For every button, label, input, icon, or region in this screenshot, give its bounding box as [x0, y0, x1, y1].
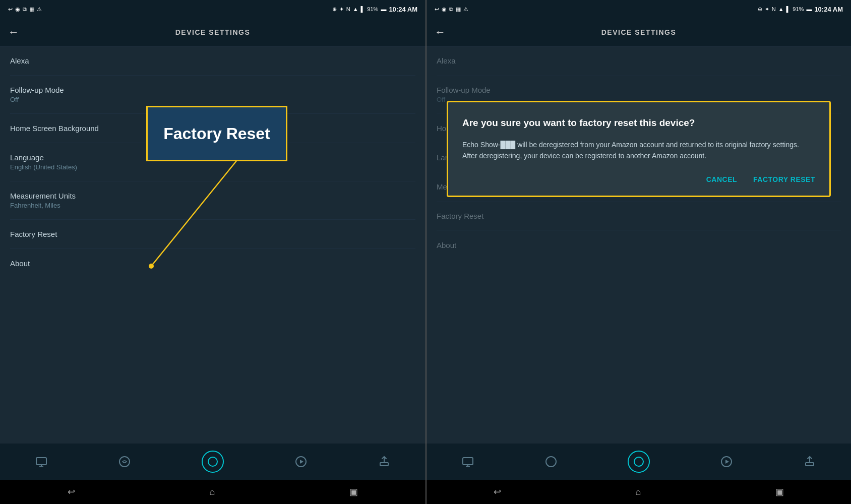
- svg-rect-2: [36, 458, 46, 465]
- status-bar-left: ↩ ◉ ⧉ ▦ ⚠ ⊕ ✦ N ▲ ▌ 91% ▬ 10:24 AM: [0, 0, 426, 18]
- factory-reset-label-right: Factory Reset: [437, 212, 841, 220]
- signal-icon: ▌: [361, 6, 365, 12]
- nav-upload-right[interactable]: [804, 456, 816, 468]
- bottom-nav-left: [0, 444, 426, 480]
- copy-icon-r: ⧉: [449, 6, 453, 13]
- android-back-right[interactable]: ↩: [494, 486, 501, 497]
- android-recents-right[interactable]: ▣: [775, 486, 784, 497]
- time-left: 10:24 AM: [389, 6, 417, 13]
- svg-rect-18: [806, 463, 814, 466]
- time-right: 10:24 AM: [814, 6, 843, 13]
- alexa-circle-right: [628, 451, 650, 473]
- svg-point-6: [119, 457, 130, 467]
- annotation-text: Factory Reset: [163, 124, 270, 143]
- wifi-icon: ▲: [353, 6, 358, 12]
- wifi-icon-r: ▲: [778, 6, 784, 12]
- status-icons-left: ↩ ◉ ⧉ ▦ ⚠: [8, 6, 42, 13]
- signal-icon-r: ▌: [786, 6, 791, 12]
- nav-chat-right[interactable]: [545, 456, 557, 468]
- svg-rect-11: [463, 458, 473, 465]
- annotation-box: Factory Reset: [146, 106, 287, 161]
- status-bar-right: ↩ ◉ ⧉ ▦ ⚠ ⊕ ✦ N ▲ ▌ 91% ▬ 10:24 AM: [427, 0, 851, 18]
- factory-reset-confirm-button[interactable]: FACTORY RESET: [753, 173, 815, 185]
- android-home-left[interactable]: ⌂: [210, 487, 215, 497]
- copy-icon: ⧉: [23, 6, 27, 13]
- nav-upload-left[interactable]: [378, 456, 390, 468]
- svg-point-15: [634, 457, 643, 466]
- nav-alexa-left[interactable]: [202, 451, 224, 473]
- alexa-circle-left: [202, 451, 224, 473]
- nav-tv-right[interactable]: [462, 456, 474, 468]
- circle-icon: ◉: [15, 6, 20, 13]
- android-nav-left: ↩ ⌂ ▣: [0, 480, 426, 504]
- battery-pct-right: 91%: [793, 6, 804, 12]
- location-icon-r: ⊕: [758, 6, 762, 13]
- svg-point-7: [208, 457, 217, 466]
- nav-play-left[interactable]: [295, 456, 307, 468]
- dialog-actions: CANCEL FACTORY RESET: [462, 173, 815, 185]
- status-icons-right: ↩ ◉ ⧉ ▦ ⚠: [435, 6, 468, 13]
- android-nav-right: ↩ ⌂ ▣: [427, 480, 851, 504]
- battery-icon-r: ▬: [806, 6, 812, 12]
- nav-play-right[interactable]: [720, 456, 733, 468]
- alert-icon: ⚠: [37, 6, 42, 13]
- about-label-right: About: [437, 241, 841, 249]
- status-right-right: ⊕ ✦ N ▲ ▌ 91% ▬ 10:24 AM: [758, 6, 843, 13]
- location-icon: ⊕: [332, 6, 337, 13]
- nav-chat-left[interactable]: [118, 456, 131, 468]
- nav-tv-left[interactable]: [35, 456, 47, 468]
- back-icon-r: ↩: [435, 6, 439, 13]
- dialog-title: Are you sure you want to factory reset t…: [462, 116, 815, 130]
- alert-icon-r: ⚠: [463, 6, 468, 13]
- header-left: ← DEVICE SETTINGS: [0, 18, 426, 46]
- settings-factory-reset-right: Factory Reset: [437, 202, 841, 231]
- cancel-button[interactable]: CANCEL: [706, 173, 737, 185]
- svg-rect-10: [380, 463, 388, 466]
- bt-icon: ✦: [339, 6, 344, 13]
- left-screen: ↩ ◉ ⧉ ▦ ⚠ ⊕ ✦ N ▲ ▌ 91% ▬ 10:24 AM ← DEV…: [0, 0, 426, 504]
- settings-measurement-left[interactable]: Measurement Units Fahrenheit, Miles: [10, 181, 415, 220]
- back-button-left[interactable]: ←: [8, 26, 19, 39]
- grid-icon-r: ▦: [456, 6, 461, 13]
- android-back-left[interactable]: ↩: [68, 486, 75, 497]
- right-screen: ↩ ◉ ⧉ ▦ ⚠ ⊕ ✦ N ▲ ▌ 91% ▬ 10:24 AM ← DEV…: [426, 0, 851, 504]
- battery-pct-left: 91%: [367, 6, 378, 12]
- svg-marker-9: [300, 460, 303, 464]
- bottom-nav-right: [427, 444, 851, 480]
- battery-icon: ▬: [381, 6, 386, 12]
- back-button-right[interactable]: ←: [435, 26, 446, 39]
- about-label-left: About: [10, 259, 415, 268]
- settings-alexa-left[interactable]: Alexa: [10, 46, 415, 76]
- android-home-right[interactable]: ⌂: [636, 487, 641, 497]
- android-recents-left[interactable]: ▣: [349, 486, 358, 497]
- bt-icon-r: ✦: [765, 6, 769, 13]
- measurement-value-left: Fahrenheit, Miles: [10, 202, 415, 209]
- dialog-body: Echo Show-███ will be deregistered from …: [462, 139, 815, 162]
- followup-value-left: Off: [10, 96, 415, 103]
- followup-label-left: Follow-up Mode: [10, 86, 415, 94]
- nav-alexa-right[interactable]: [628, 451, 650, 473]
- status-right-left: ⊕ ✦ N ▲ ▌ 91% ▬ 10:24 AM: [332, 6, 417, 13]
- settings-about-left[interactable]: About: [10, 249, 415, 278]
- grid-icon: ▦: [29, 6, 34, 13]
- page-title-right: DEVICE SETTINGS: [454, 28, 824, 36]
- settings-about-right: About: [437, 231, 841, 260]
- followup-label-right: Follow-up Mode: [437, 86, 841, 94]
- alexa-label-right: Alexa: [437, 56, 841, 65]
- svg-point-14: [546, 457, 556, 467]
- settings-alexa-right: Alexa: [437, 46, 841, 76]
- factory-reset-label-left: Factory Reset: [10, 230, 415, 238]
- settings-factory-reset-left[interactable]: Factory Reset: [10, 220, 415, 249]
- measurement-label-left: Measurement Units: [10, 192, 415, 200]
- nfc-icon-r: N: [772, 6, 776, 12]
- svg-point-1: [149, 264, 154, 269]
- page-title-left: DEVICE SETTINGS: [27, 28, 398, 36]
- header-right: ← DEVICE SETTINGS: [427, 18, 851, 46]
- svg-marker-17: [725, 460, 729, 464]
- back-icon: ↩: [8, 6, 13, 13]
- annotation-arrow: [121, 160, 181, 276]
- nfc-icon: N: [346, 6, 350, 12]
- alexa-label-left: Alexa: [10, 56, 415, 65]
- language-value-left: English (United States): [10, 163, 415, 171]
- circle-icon-r: ◉: [442, 6, 447, 13]
